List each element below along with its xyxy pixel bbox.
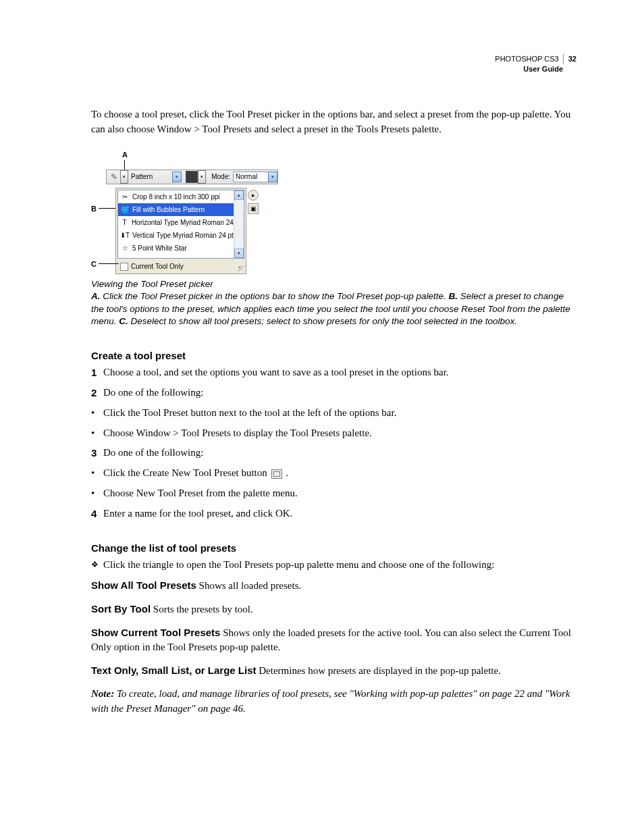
- diamond-text: Click the triangle to open the Tool Pres…: [103, 558, 494, 573]
- page-header: PHOTOSHOP CS3 32 User Guide: [91, 54, 576, 74]
- bullet-icon: •: [91, 406, 103, 421]
- callout-tick-c: [99, 263, 119, 264]
- preset-label: Horizontal Type Myriad Roman 24 pt: [132, 219, 241, 226]
- step-text: Do one of the following:: [103, 446, 203, 461]
- caption-c-label: C.: [119, 316, 128, 326]
- figure-tool-preset-picker: A ✎ ▾ Pattern ▾ ▾ Mode: Normal ▾ B ▸ ▣: [91, 152, 576, 329]
- custom-shape-icon: ☆: [121, 244, 129, 252]
- step-2: 2 Do one of the following:: [91, 386, 576, 400]
- create-new-tool-preset-inline-icon: [271, 469, 282, 479]
- caption-a-label: A.: [91, 291, 101, 301]
- create-new-tool-preset-icon[interactable]: ▣: [248, 203, 259, 214]
- bullet-icon: •: [91, 486, 103, 501]
- scroll-up-icon[interactable]: ▴: [234, 190, 244, 200]
- caption-a-text: Click the Tool Preset picker in the opti…: [101, 291, 449, 301]
- step-text: Do one of the following:: [103, 386, 203, 400]
- preset-item[interactable]: T Horizontal Type Myriad Roman 24 pt: [118, 216, 244, 229]
- healing-brush-tool-icon[interactable]: ✎: [108, 171, 120, 183]
- mode-label: Mode:: [211, 173, 230, 180]
- resize-grip-icon[interactable]: [238, 266, 245, 273]
- step-number: 1: [91, 365, 103, 380]
- header-product: PHOTOSHOP CS3: [495, 54, 563, 64]
- bullet-icon: •: [91, 426, 103, 441]
- preset-scrollbar[interactable]: ▴ ▾: [234, 190, 244, 258]
- preset-item-selected[interactable]: 🪣 Fill with Bubbles Pattern: [118, 203, 244, 216]
- preset-label: Crop 8 inch x 10 inch 300 ppi: [132, 193, 220, 201]
- step-number: 3: [91, 446, 103, 461]
- preset-label: Fill with Bubbles Pattern: [132, 206, 205, 213]
- note-paragraph: Note: To create, load, and manage librar…: [91, 687, 576, 716]
- step-number: 2: [91, 386, 103, 400]
- preset-list: ✂ Crop 8 inch x 10 inch 300 ppi 🪣 Fill w…: [117, 190, 244, 259]
- palette-menu-button[interactable]: ▸: [248, 190, 259, 201]
- definition-body: Determines how presets are displayed in …: [257, 665, 501, 676]
- vertical-type-icon: ⬇T: [121, 231, 129, 239]
- callout-tick-b: [99, 208, 115, 209]
- scroll-down-icon[interactable]: ▾: [234, 249, 244, 258]
- diamond-icon: ❖: [91, 558, 103, 573]
- intro-paragraph: To choose a tool preset, click the Tool …: [91, 107, 576, 137]
- callout-label-b: B: [91, 205, 97, 213]
- definition-body: Sorts the presets by tool.: [151, 604, 253, 615]
- definition-sort-by-tool: Sort By Tool Sorts the presets by tool.: [91, 602, 576, 617]
- bullet-item: • Choose New Tool Preset from the palett…: [91, 486, 576, 501]
- bullet-item: • Choose Window > Tool Presets to displa…: [91, 426, 576, 441]
- step-4: 4 Enter a name for the tool preset, and …: [91, 506, 576, 521]
- step-text: Enter a name for the tool preset, and cl…: [103, 506, 292, 521]
- note-label: Note:: [91, 688, 114, 699]
- diamond-step: ❖ Click the triangle to open the Tool Pr…: [91, 558, 576, 573]
- step-number: 4: [91, 506, 103, 521]
- horizontal-type-icon: T: [121, 218, 128, 226]
- pattern-label: Pattern: [131, 173, 153, 180]
- page-content: PHOTOSHOP CS3 32 User Guide To choose a …: [0, 0, 644, 756]
- preset-label: Vertical Type Myriad Roman 24 pt: [132, 232, 234, 239]
- callout-label-a: A: [122, 151, 128, 159]
- definition-show-all: Show All Tool Presets Shows all loaded p…: [91, 578, 576, 594]
- header-guide: User Guide: [91, 64, 576, 74]
- step-3: 3 Do one of the following:: [91, 446, 576, 461]
- current-tool-only-label: Current Tool Only: [131, 263, 184, 270]
- section-heading-change: Change the list of tool presets: [91, 542, 576, 554]
- bullet-item: • Click the Create New Tool Preset butto…: [91, 466, 576, 481]
- definition-term: Show All Tool Presets: [91, 579, 196, 591]
- bullet-text: Choose Window > Tool Presets to display …: [103, 426, 372, 441]
- preset-label: 5 Point White Star: [132, 244, 187, 252]
- tool-preset-popup: ✂ Crop 8 inch x 10 inch 300 ppi 🪣 Fill w…: [115, 188, 246, 274]
- pattern-swatch-dropdown[interactable]: ▾: [198, 170, 206, 184]
- note-body: To create, load, and manage libraries of…: [91, 688, 570, 714]
- step-text: Choose a tool, and set the options you w…: [103, 365, 449, 380]
- tool-preset-picker-button[interactable]: ▾: [120, 170, 128, 184]
- bullet-item: • Click the Tool Preset button next to t…: [91, 406, 576, 421]
- callout-tick-a: [124, 160, 125, 170]
- callout-label-c: C: [91, 260, 97, 268]
- paint-bucket-icon: 🪣: [121, 205, 129, 213]
- definition-text-only: Text Only, Small List, or Large List Det…: [91, 663, 576, 679]
- mode-dropdown[interactable]: Normal: [233, 172, 269, 182]
- pattern-swatch-icon[interactable]: [186, 171, 198, 183]
- step-1: 1 Choose a tool, and set the options you…: [91, 365, 576, 380]
- preset-item[interactable]: ✂ Crop 8 inch x 10 inch 300 ppi: [118, 190, 244, 203]
- definition-term: Show Current Tool Presets: [91, 627, 220, 638]
- mode-dropdown-arrow-icon[interactable]: ▾: [268, 172, 277, 182]
- preset-item[interactable]: ⬇T Vertical Type Myriad Roman 24 pt: [118, 229, 244, 242]
- definition-body: Shows all loaded presets.: [196, 580, 301, 591]
- pattern-dropdown[interactable]: ▾: [172, 172, 182, 182]
- bullet-text: Click the Tool Preset button next to the…: [103, 406, 396, 421]
- popup-footer: Current Tool Only: [116, 260, 246, 273]
- definition-show-current: Show Current Tool Presets Shows only the…: [91, 625, 576, 656]
- caption-c-text: Deselect to show all tool presets; selec…: [128, 316, 517, 326]
- figure-caption-title: Viewing the Tool Preset picker: [91, 279, 576, 289]
- preset-item[interactable]: ☆ 5 Point White Star: [118, 242, 244, 255]
- caption-b-label: B.: [449, 291, 458, 301]
- page-number: 32: [568, 55, 576, 63]
- definition-term: Sort By Tool: [91, 603, 151, 615]
- definition-term: Text Only, Small List, or Large List: [91, 664, 257, 676]
- section-heading-create: Create a tool preset: [91, 350, 576, 361]
- bullet-icon: •: [91, 466, 103, 481]
- bullet-text: Choose New Tool Preset from the palette …: [103, 486, 298, 501]
- current-tool-only-checkbox[interactable]: [120, 263, 128, 271]
- crop-tool-icon: ✂: [121, 192, 129, 201]
- bullet-text: Click the Create New Tool Preset button …: [103, 466, 288, 481]
- figure-caption: A. Click the Tool Preset picker in the o…: [91, 290, 576, 329]
- options-bar: ✎ ▾ Pattern ▾ ▾ Mode: Normal ▾: [106, 170, 278, 184]
